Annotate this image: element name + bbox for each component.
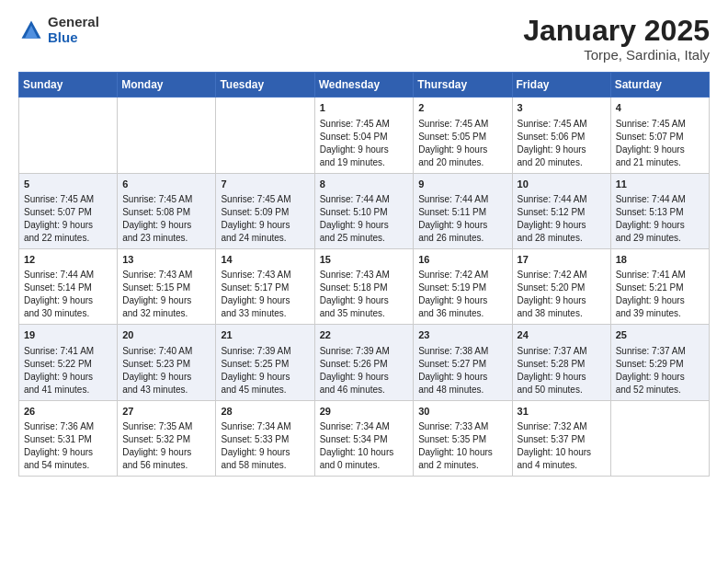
- day-info: Sunrise: 7:38 AM Sunset: 5:27 PM Dayligh…: [418, 346, 488, 395]
- day-number: 17: [518, 253, 606, 267]
- calendar-day-2: 2Sunrise: 7:45 AM Sunset: 5:05 PM Daylig…: [414, 98, 512, 173]
- column-header-sunday: Sunday: [19, 73, 118, 98]
- day-info: Sunrise: 7:37 AM Sunset: 5:29 PM Dayligh…: [616, 346, 686, 395]
- day-info: Sunrise: 7:41 AM Sunset: 5:21 PM Dayligh…: [616, 270, 686, 318]
- calendar-day-6: 6Sunrise: 7:45 AM Sunset: 5:08 PM Daylig…: [118, 173, 216, 248]
- day-number: 31: [518, 405, 606, 419]
- calendar-week-row: 19Sunrise: 7:41 AM Sunset: 5:22 PM Dayli…: [19, 325, 710, 400]
- day-info: Sunrise: 7:39 AM Sunset: 5:25 PM Dayligh…: [221, 346, 290, 395]
- calendar-day-14: 14Sunrise: 7:43 AM Sunset: 5:17 PM Dayli…: [216, 248, 314, 324]
- column-header-wednesday: Wednesday: [314, 73, 414, 98]
- calendar-day-28: 28Sunrise: 7:34 AM Sunset: 5:33 PM Dayli…: [216, 400, 314, 476]
- day-info: Sunrise: 7:35 AM Sunset: 5:32 PM Dayligh…: [122, 421, 192, 470]
- day-number: 7: [221, 178, 309, 191]
- calendar-week-row: 5Sunrise: 7:45 AM Sunset: 5:07 PM Daylig…: [19, 173, 710, 248]
- day-info: Sunrise: 7:43 AM Sunset: 5:15 PM Dayligh…: [122, 270, 192, 318]
- calendar-day-9: 9Sunrise: 7:44 AM Sunset: 5:11 PM Daylig…: [414, 173, 512, 248]
- day-number: 10: [518, 178, 606, 191]
- day-info: Sunrise: 7:45 AM Sunset: 5:05 PM Dayligh…: [418, 119, 488, 167]
- logo-icon: [18, 17, 44, 43]
- calendar-day-19: 19Sunrise: 7:41 AM Sunset: 5:22 PM Dayli…: [19, 325, 118, 400]
- day-number: 30: [418, 405, 506, 419]
- day-number: 23: [418, 328, 506, 342]
- day-number: 1: [320, 101, 409, 115]
- calendar-week-row: 12Sunrise: 7:44 AM Sunset: 5:14 PM Dayli…: [19, 248, 710, 324]
- day-info: Sunrise: 7:39 AM Sunset: 5:26 PM Dayligh…: [320, 346, 390, 395]
- calendar-empty-cell: [118, 98, 216, 173]
- day-number: 3: [518, 101, 606, 115]
- day-number: 4: [616, 101, 704, 115]
- logo: General Blue: [18, 15, 99, 45]
- column-header-saturday: Saturday: [610, 73, 709, 98]
- day-info: Sunrise: 7:44 AM Sunset: 5:14 PM Dayligh…: [24, 270, 94, 318]
- calendar-day-22: 22Sunrise: 7:39 AM Sunset: 5:26 PM Dayli…: [314, 325, 414, 400]
- calendar-day-10: 10Sunrise: 7:44 AM Sunset: 5:12 PM Dayli…: [512, 173, 610, 248]
- day-number: 8: [320, 178, 409, 191]
- day-info: Sunrise: 7:45 AM Sunset: 5:04 PM Dayligh…: [320, 119, 390, 167]
- day-info: Sunrise: 7:45 AM Sunset: 5:09 PM Dayligh…: [221, 194, 290, 243]
- calendar-day-18: 18Sunrise: 7:41 AM Sunset: 5:21 PM Dayli…: [610, 248, 709, 324]
- day-number: 15: [320, 253, 409, 267]
- day-number: 29: [320, 405, 409, 419]
- calendar-table: SundayMondayTuesdayWednesdayThursdayFrid…: [18, 72, 710, 477]
- day-number: 6: [122, 178, 210, 191]
- day-number: 13: [122, 253, 210, 267]
- day-number: 14: [221, 253, 309, 267]
- column-header-thursday: Thursday: [414, 73, 512, 98]
- calendar-empty-cell: [19, 98, 118, 173]
- day-number: 28: [221, 405, 309, 419]
- calendar-day-27: 27Sunrise: 7:35 AM Sunset: 5:32 PM Dayli…: [118, 400, 216, 476]
- logo-general-text: General: [48, 15, 99, 30]
- day-info: Sunrise: 7:45 AM Sunset: 5:07 PM Dayligh…: [616, 119, 686, 167]
- day-info: Sunrise: 7:41 AM Sunset: 5:22 PM Dayligh…: [24, 346, 94, 395]
- calendar-day-4: 4Sunrise: 7:45 AM Sunset: 5:07 PM Daylig…: [610, 98, 709, 173]
- day-number: 19: [24, 328, 112, 342]
- calendar-day-30: 30Sunrise: 7:33 AM Sunset: 5:35 PM Dayli…: [414, 400, 512, 476]
- day-info: Sunrise: 7:40 AM Sunset: 5:23 PM Dayligh…: [122, 346, 192, 395]
- day-info: Sunrise: 7:45 AM Sunset: 5:06 PM Dayligh…: [518, 119, 587, 167]
- day-info: Sunrise: 7:43 AM Sunset: 5:18 PM Dayligh…: [320, 270, 390, 318]
- day-info: Sunrise: 7:44 AM Sunset: 5:11 PM Dayligh…: [418, 194, 488, 243]
- header: General Blue January 2025 Torpe, Sardini…: [18, 15, 710, 63]
- day-number: 16: [418, 253, 506, 267]
- day-number: 2: [418, 101, 506, 115]
- day-info: Sunrise: 7:32 AM Sunset: 5:37 PM Dayligh…: [518, 421, 592, 470]
- calendar-week-row: 1Sunrise: 7:45 AM Sunset: 5:04 PM Daylig…: [19, 98, 710, 173]
- day-number: 24: [518, 328, 606, 342]
- day-info: Sunrise: 7:36 AM Sunset: 5:31 PM Dayligh…: [24, 421, 94, 470]
- day-info: Sunrise: 7:45 AM Sunset: 5:07 PM Dayligh…: [24, 194, 94, 243]
- day-number: 18: [616, 253, 704, 267]
- day-info: Sunrise: 7:45 AM Sunset: 5:08 PM Dayligh…: [122, 194, 192, 243]
- page: General Blue January 2025 Torpe, Sardini…: [0, 0, 728, 491]
- calendar-day-13: 13Sunrise: 7:43 AM Sunset: 5:15 PM Dayli…: [118, 248, 216, 324]
- day-number: 26: [24, 405, 112, 419]
- day-number: 22: [320, 328, 409, 342]
- day-info: Sunrise: 7:34 AM Sunset: 5:34 PM Dayligh…: [320, 421, 394, 470]
- calendar-day-11: 11Sunrise: 7:44 AM Sunset: 5:13 PM Dayli…: [610, 173, 709, 248]
- day-info: Sunrise: 7:44 AM Sunset: 5:10 PM Dayligh…: [320, 194, 390, 243]
- day-info: Sunrise: 7:34 AM Sunset: 5:33 PM Dayligh…: [221, 421, 290, 470]
- day-info: Sunrise: 7:44 AM Sunset: 5:12 PM Dayligh…: [518, 194, 587, 243]
- day-number: 5: [24, 178, 112, 191]
- calendar-location: Torpe, Sardinia, Italy: [523, 47, 710, 63]
- day-number: 11: [616, 178, 704, 191]
- calendar-day-12: 12Sunrise: 7:44 AM Sunset: 5:14 PM Dayli…: [19, 248, 118, 324]
- day-info: Sunrise: 7:33 AM Sunset: 5:35 PM Dayligh…: [418, 421, 493, 470]
- title-block: January 2025 Torpe, Sardinia, Italy: [523, 15, 710, 63]
- day-info: Sunrise: 7:37 AM Sunset: 5:28 PM Dayligh…: [518, 346, 587, 395]
- calendar-day-17: 17Sunrise: 7:42 AM Sunset: 5:20 PM Dayli…: [512, 248, 610, 324]
- calendar-week-row: 26Sunrise: 7:36 AM Sunset: 5:31 PM Dayli…: [19, 400, 710, 476]
- day-number: 25: [616, 328, 704, 342]
- calendar-day-3: 3Sunrise: 7:45 AM Sunset: 5:06 PM Daylig…: [512, 98, 610, 173]
- column-header-monday: Monday: [118, 73, 216, 98]
- calendar-day-25: 25Sunrise: 7:37 AM Sunset: 5:29 PM Dayli…: [610, 325, 709, 400]
- day-number: 27: [122, 405, 210, 419]
- column-header-tuesday: Tuesday: [216, 73, 314, 98]
- logo-blue-text: Blue: [48, 30, 99, 46]
- calendar-day-29: 29Sunrise: 7:34 AM Sunset: 5:34 PM Dayli…: [314, 400, 414, 476]
- calendar-day-7: 7Sunrise: 7:45 AM Sunset: 5:09 PM Daylig…: [216, 173, 314, 248]
- day-number: 9: [418, 178, 506, 191]
- calendar-empty-cell: [216, 98, 314, 173]
- logo-text: General Blue: [48, 15, 99, 45]
- calendar-day-23: 23Sunrise: 7:38 AM Sunset: 5:27 PM Dayli…: [414, 325, 512, 400]
